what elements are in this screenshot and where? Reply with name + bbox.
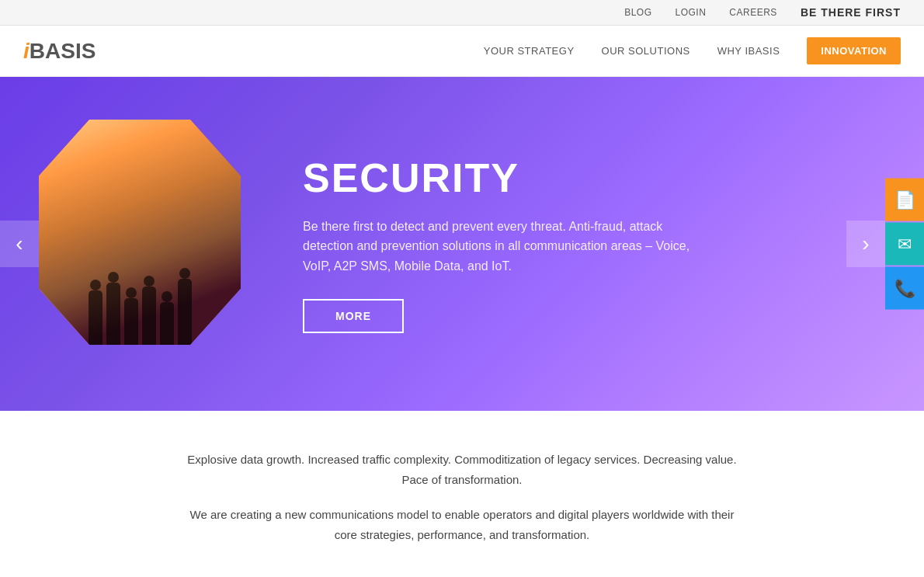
- logo-i: i: [23, 39, 30, 64]
- person-silhouette: [124, 298, 138, 345]
- side-actions: 📄 ✉ 📞: [885, 179, 924, 310]
- person-silhouette: [89, 290, 102, 345]
- slider-arrow-left[interactable]: ‹: [0, 221, 39, 267]
- top-bar: BLOG LOGIN CAREERS BE THERE FIRST: [0, 0, 924, 26]
- content-section: Explosive data growth. Increased traffic…: [0, 411, 924, 577]
- nav-your-strategy[interactable]: YOUR STRATEGY: [484, 45, 575, 57]
- email-icon: ✉: [898, 234, 912, 254]
- hero-description: Be there first to detect and prevent eve…: [303, 217, 707, 276]
- nav-our-solutions[interactable]: OUR SOLUTIONS: [602, 45, 690, 57]
- slider-arrow-right[interactable]: ›: [846, 221, 885, 267]
- person-silhouette: [142, 287, 156, 345]
- logo-basis: BASIS: [30, 39, 96, 64]
- blog-link[interactable]: BLOG: [624, 7, 651, 18]
- hero-image: [39, 120, 256, 368]
- phone-icon: 📞: [894, 278, 915, 298]
- content-intro: Explosive data growth. Increased traffic…: [182, 450, 742, 489]
- careers-link[interactable]: CAREERS: [729, 7, 777, 18]
- content-desc: We are creating a new communications mod…: [182, 505, 742, 544]
- hex-shape: [39, 120, 241, 345]
- hero-content: SECURITY Be there first to detect and pr…: [0, 120, 924, 368]
- nav-links: YOUR STRATEGY OUR SOLUTIONS WHY iBASIS i…: [484, 37, 901, 64]
- logo[interactable]: iBASIS: [23, 39, 96, 64]
- main-nav: iBASIS YOUR STRATEGY OUR SOLUTIONS WHY i…: [0, 26, 924, 77]
- side-action-phone[interactable]: 📞: [885, 267, 924, 310]
- nav-why-ibasis[interactable]: WHY iBASIS: [717, 45, 780, 57]
- nav-innovation-btn[interactable]: iNNOVATION: [807, 37, 901, 64]
- hero-title: SECURITY: [303, 155, 862, 201]
- hero-slider: ‹ SECURITY Be: [0, 77, 924, 411]
- person-silhouette: [160, 302, 174, 345]
- person-silhouette: [178, 279, 192, 345]
- side-action-email[interactable]: ✉: [885, 223, 924, 266]
- document-icon: 📄: [894, 189, 915, 210]
- hex-inner: [39, 120, 241, 345]
- hero-more-button[interactable]: MORE: [303, 299, 404, 333]
- tagline: BE THERE FIRST: [801, 6, 901, 19]
- login-link[interactable]: LOGIN: [676, 7, 707, 18]
- side-action-document[interactable]: 📄: [885, 179, 924, 221]
- hero-text: SECURITY Be there first to detect and pr…: [303, 155, 862, 334]
- person-silhouette: [106, 283, 120, 345]
- people-silhouettes: [39, 210, 241, 345]
